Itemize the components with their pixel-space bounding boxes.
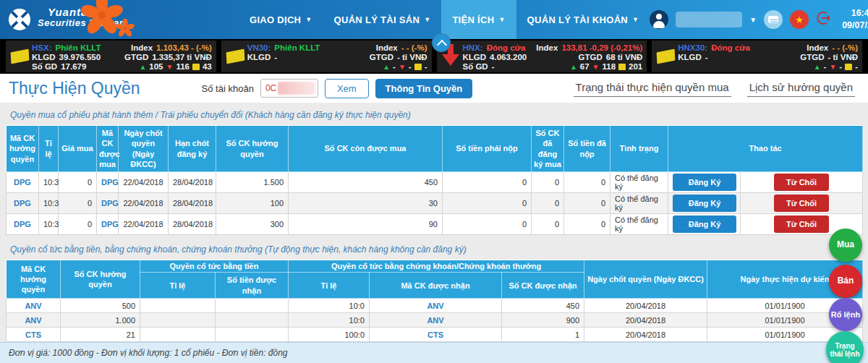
flat-icon xyxy=(192,64,200,70)
sogd-label: Số GD xyxy=(463,62,488,71)
clock-time: 16:47:14 xyxy=(842,7,868,20)
account-number-input[interactable] xyxy=(260,79,318,98)
reject-button[interactable]: Từ Chối xyxy=(774,174,829,191)
chevron-down-icon: ▼ xyxy=(632,16,639,23)
cell-stock-ratio: 10:0 xyxy=(289,299,370,313)
stock-symbol-link[interactable]: DPG xyxy=(14,178,31,187)
menu-item-giao-dich[interactable]: GIAO DỊCH ▼ xyxy=(239,0,323,39)
register-button[interactable]: Đăng Ký xyxy=(673,215,736,233)
session-status: Đóng cửa xyxy=(487,43,526,52)
chevron-down-icon[interactable]: ▼ xyxy=(749,16,757,24)
stock-symbol-link[interactable]: DPG xyxy=(14,199,31,208)
cell-buy-price: 0 xyxy=(59,172,97,193)
user-avatar[interactable] xyxy=(650,10,668,29)
view-button[interactable]: Xem xyxy=(325,79,369,98)
page-header: Thực Hiện Quyền Số tài khoản Xem Thông T… xyxy=(0,74,868,103)
flat-count: - xyxy=(425,62,427,72)
rights-info-button[interactable]: Thông Tin Quyền xyxy=(375,79,473,98)
redacted-username[interactable] xyxy=(676,12,742,27)
stock-symbol-link[interactable]: ANV xyxy=(427,316,443,325)
col-header: Số CK được nhận xyxy=(502,273,584,299)
stock-symbol-link[interactable]: CTS xyxy=(25,330,41,339)
col-header: Tỉ lệ xyxy=(39,126,59,172)
flat-count: 43 xyxy=(203,62,212,72)
down-icon: ▼ xyxy=(592,62,600,72)
klgd-value: - xyxy=(274,53,277,61)
gtgd-value: 68 tỉ VNĐ xyxy=(606,53,643,61)
tab-purchase-rights-status[interactable]: Trạng thái thực hiện quyền mua xyxy=(574,80,731,97)
avatar-body xyxy=(653,21,665,28)
tab-rights-history[interactable]: Lịch sử hưởng quyền xyxy=(747,80,855,97)
col-header: Mã CK được mua xyxy=(97,126,119,172)
logout-icon[interactable] xyxy=(816,10,832,29)
reject-button[interactable]: Từ Chối xyxy=(774,215,829,233)
stock-symbol-link[interactable]: DPG xyxy=(14,220,31,229)
chevron-down-icon: ▼ xyxy=(305,16,312,23)
chevron-down-icon: ▼ xyxy=(498,16,505,23)
status-cell: Có thể đăng ký xyxy=(610,193,668,214)
order-status-button[interactable]: Trạng thái lệnh xyxy=(826,331,864,363)
col-header: Ngày chốt quyền (Ngày ĐKCC) xyxy=(584,260,707,299)
down-count: - xyxy=(409,62,412,72)
status-cell: Có thể đăng ký xyxy=(610,172,668,193)
cell-entitled-qty: 21 xyxy=(61,328,140,342)
up-icon: ▲ xyxy=(814,62,821,72)
stock-symbol-link[interactable]: CTS xyxy=(427,330,443,339)
gtgd-value: - tỉ VNĐ xyxy=(827,53,858,61)
cell-remaining-qty: 30 xyxy=(289,193,443,214)
reject-button[interactable]: Từ Chối xyxy=(774,195,829,212)
group-header-stock: Quyền cổ tức bằng chứng khoán/Chứng khoá… xyxy=(289,260,584,273)
col-header: Giá mua xyxy=(59,126,97,172)
cell-cash-ratio xyxy=(140,328,216,342)
account-group: Số tài khoản Xem Thông Tin Quyền xyxy=(202,79,473,98)
up-count: - xyxy=(393,62,396,72)
down-count: 118 xyxy=(603,62,616,72)
menu-item-tien-ich[interactable]: TIỆN ÍCH ▼ xyxy=(441,0,516,39)
cell-record-date: 20/04/2018 xyxy=(584,313,707,328)
ticker-panel-hnx: HNX:Đóng cửa Index133,81 -0,29 (-0,21%) … xyxy=(437,40,647,72)
cell-entitled-qty: 500 xyxy=(61,299,140,313)
stock-symbol-link[interactable]: DPG xyxy=(101,220,119,229)
news-icon[interactable] xyxy=(764,10,783,29)
register-button[interactable]: Đăng Ký xyxy=(673,174,736,191)
page-title: Thực Hiện Quyền xyxy=(9,79,140,98)
down-count: - xyxy=(839,62,842,72)
col-header: Thao tác xyxy=(668,126,863,172)
col-header: Số CK còn được mua xyxy=(289,126,443,172)
menu-label: QUẢN LÝ TÀI SẢN xyxy=(334,14,420,25)
stock-symbol-link[interactable]: ANV xyxy=(25,302,41,310)
register-button[interactable]: Đăng Ký xyxy=(673,195,736,212)
cell-paid-amount: 0 xyxy=(564,172,610,193)
cell-paid-amount: 0 xyxy=(564,193,610,214)
vietnam-flag-icon[interactable]: ★ xyxy=(790,10,809,29)
navbar-right: ▼ ★ 16:47:14 09/07/2018 xyxy=(650,0,868,39)
klgd-label: KLGD xyxy=(247,53,271,61)
menu-item-quan-ly-tai-san[interactable]: QUẢN LÝ TÀI SẢN ▼ xyxy=(323,0,442,39)
cell-cash-amount xyxy=(216,299,289,313)
index-label: Index xyxy=(536,43,558,52)
klgd-label: KLGD xyxy=(463,53,487,61)
stock-symbol-link[interactable]: ANV xyxy=(25,316,41,325)
yuanta-logo-icon xyxy=(7,7,32,35)
sell-button[interactable]: Bán xyxy=(829,265,862,298)
footer-bar: Đơn vị giá: 1000 đồng - Đơn vị khối lượn… xyxy=(0,342,868,363)
index-label: Index xyxy=(131,43,153,52)
order-basket-button[interactable]: Rổ lệnh xyxy=(829,298,862,331)
menu-label: GIAO DỊCH xyxy=(250,14,301,25)
col-header: Mã CK hưởng quyền xyxy=(7,126,39,172)
flag-icon xyxy=(657,51,675,62)
up-count: 67 xyxy=(580,62,590,72)
col-header: Mã CK hưởng quyền xyxy=(7,260,61,299)
index-value: 133,81 -0,29 (-0,21%) xyxy=(561,43,642,52)
buy-button[interactable]: Mua xyxy=(829,229,862,262)
stock-symbol-link[interactable]: DPG xyxy=(101,178,119,187)
col-header: Mã CK được nhận xyxy=(370,273,502,299)
stock-symbol-link[interactable]: ANV xyxy=(427,302,443,310)
flat-icon xyxy=(845,64,852,70)
stock-symbol-link[interactable]: DPG xyxy=(101,199,119,208)
ticker-collapse-button[interactable] xyxy=(432,33,451,52)
session-status: Đóng cửa xyxy=(711,43,750,52)
cell-paid-amount: 0 xyxy=(564,214,610,235)
menu-item-quan-ly-tai-khoan[interactable]: QUẢN LÝ TÀI KHOẢN ▼ xyxy=(516,0,650,39)
status-cell: Có thể đăng ký xyxy=(610,214,668,235)
